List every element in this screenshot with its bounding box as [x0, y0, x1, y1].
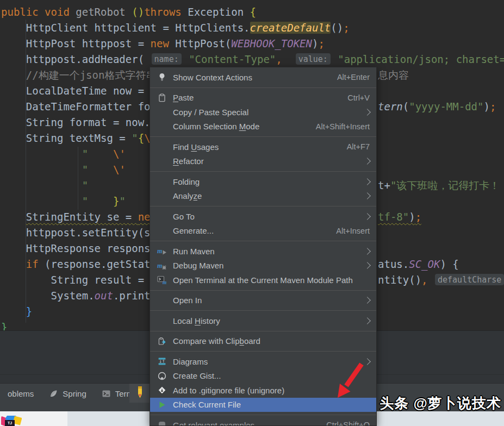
submenu-arrow-icon: [364, 317, 371, 324]
svg-text:m: m: [157, 262, 162, 270]
examples-icon: [157, 420, 167, 426]
menu-item-shortcut: Ctrl+Shift+Q: [326, 421, 370, 426]
menu-item-folding[interactable]: Folding: [150, 174, 376, 189]
github-icon: [157, 371, 167, 381]
code-fragment: t+"该下班啦，记得打卡！: [378, 178, 500, 193]
no-icon: [157, 211, 167, 221]
submenu-arrow-icon: [364, 158, 371, 165]
menu-item-label: Debug Maven: [173, 261, 352, 270]
no-icon: [157, 316, 167, 325]
compare-clipboard-icon: [157, 336, 167, 346]
submenu-arrow-icon: [364, 297, 371, 304]
menu-item-label: Find Usages: [173, 142, 334, 152]
menu-item-label: Show Context Actions: [173, 73, 324, 82]
submenu-arrow-icon: [364, 262, 371, 269]
code-fragment: tf-8");: [378, 209, 421, 225]
menu-item-shortcut: Alt+Enter: [337, 73, 370, 82]
no-icon: [157, 191, 167, 201]
colorful-logo: TJ: [1, 416, 22, 426]
menu-separator: [150, 206, 376, 206]
submenu-arrow-icon: [364, 192, 371, 199]
menu-separator: [150, 331, 376, 331]
menu-separator: [150, 136, 376, 137]
menu-item-label: Compare with Clipboard: [173, 336, 370, 346]
menu-item-open-terminal-at-the-current-maven-module-path[interactable]: mOpen Terminal at the Current Maven Modu…: [150, 273, 376, 287]
code-line: HttpPost httppost = new HttpPost(WEBHOOK…: [1, 36, 504, 52]
menu-separator: [150, 351, 376, 352]
menu-separator: [150, 290, 376, 291]
menu-separator: [150, 310, 376, 311]
terminal-maven-icon: m: [157, 275, 167, 285]
menu-item-open-in[interactable]: Open In: [150, 293, 376, 308]
code-fragment: 息内容: [378, 67, 409, 83]
menu-item-debug-maven[interactable]: mDebug Maven: [150, 259, 376, 273]
submenu-arrow-icon: [364, 109, 371, 116]
menu-item-show-context-actions[interactable]: Show Context ActionsAlt+Enter: [150, 70, 376, 85]
code-line: httppost.addHeader( name: "Content-Type"…: [1, 52, 504, 67]
menu-item-copy-paste-special[interactable]: Copy / Paste Special: [150, 105, 376, 120]
menu-item-refactor[interactable]: Refactor: [150, 154, 376, 169]
tab-label: Spring: [63, 389, 86, 398]
run-maven-icon: m: [157, 246, 167, 256]
menu-item-shortcut: Alt+Shift+Insert: [316, 122, 370, 131]
no-icon: [157, 156, 167, 166]
menu-item-go-to[interactable]: Go To: [150, 209, 376, 224]
menu-separator: [150, 415, 376, 415]
menu-item-generate[interactable]: Generate...Alt+Insert: [150, 224, 376, 239]
submenu-arrow-icon: [364, 178, 371, 185]
code-line: public void getRobot ()throws Exception …: [1, 4, 504, 20]
menu-item-label: Run Maven: [173, 247, 352, 256]
no-icon: [157, 122, 167, 131]
menu-item-label: Get relevant examples: [173, 421, 313, 426]
menu-item-label: Go To: [173, 212, 352, 221]
submenu-arrow-icon: [364, 213, 371, 220]
menu-item-run-maven[interactable]: mRun Maven: [150, 244, 376, 259]
menu-item-label: Folding: [173, 177, 352, 186]
code-fragment: tern("yyyy-MM-dd");: [378, 99, 496, 115]
watermark-text: 头条 @萝卜说技术: [377, 394, 504, 412]
menu-item-paste[interactable]: PasteCtrl+V: [150, 91, 376, 105]
tab-spring[interactable]: Spring: [41, 385, 94, 403]
menu-item-label: Copy / Paste Special: [173, 108, 352, 117]
menu-item-get-relevant-examples[interactable]: Get relevant examplesCtrl+Shift+Q: [150, 418, 376, 426]
no-icon: [157, 226, 167, 236]
menu-item-shortcut: Alt+Insert: [336, 227, 370, 235]
menu-item-shortcut: Alt+F7: [347, 142, 370, 151]
no-icon: [157, 296, 167, 305]
menu-item-label: Refactor: [173, 156, 352, 166]
svg-text:m: m: [163, 280, 166, 285]
menu-item-label: Open Terminal at the Current Maven Modul…: [173, 275, 370, 285]
spring-leaf-icon: [49, 389, 58, 398]
menu-item-label: Generate...: [173, 226, 323, 235]
pencil-icon: [135, 386, 145, 401]
no-icon: [157, 142, 167, 152]
ide-window: public void getRobot ()throws Exception …: [0, 0, 504, 426]
lightbulb-icon: [157, 72, 167, 82]
code-fragment: ntity(), defaultCharse: [378, 272, 504, 288]
code-line: HttpClient httpclient = HttpClients.crea…: [1, 20, 504, 36]
red-arrow-annotation: [323, 359, 369, 404]
terminal-icon: [102, 389, 111, 398]
menu-separator: [150, 241, 376, 241]
pencil-tool-button[interactable]: [129, 384, 151, 403]
menu-separator: [150, 171, 376, 172]
menu-item-local-history[interactable]: Local History: [150, 314, 376, 328]
no-icon: [157, 177, 167, 186]
menu-separator: [150, 87, 376, 88]
menu-item-label: Paste: [173, 93, 334, 102]
menu-item-compare-with-clipboard[interactable]: Compare with Clipboard: [150, 334, 376, 349]
diagrams-icon: [157, 356, 167, 366]
paste-icon: [157, 93, 167, 103]
debug-maven-icon: m: [157, 261, 167, 271]
menu-item-analyze[interactable]: Analyze: [150, 189, 376, 204]
tab-oblems[interactable]: oblems: [0, 385, 41, 403]
play-icon: [157, 400, 167, 410]
code-fragment: atus.SC_OK) {: [378, 256, 459, 272]
menu-item-shortcut: Ctrl+V: [347, 93, 370, 102]
menu-item-column-selection-mode[interactable]: Column Selection ModeAlt+Shift+Insert: [150, 120, 376, 134]
menu-item-label: Open In: [173, 296, 352, 305]
menu-item-find-usages[interactable]: Find UsagesAlt+F7: [150, 140, 376, 154]
svg-text:m: m: [157, 247, 162, 255]
tab-label: oblems: [8, 389, 34, 398]
submenu-arrow-icon: [364, 248, 371, 255]
